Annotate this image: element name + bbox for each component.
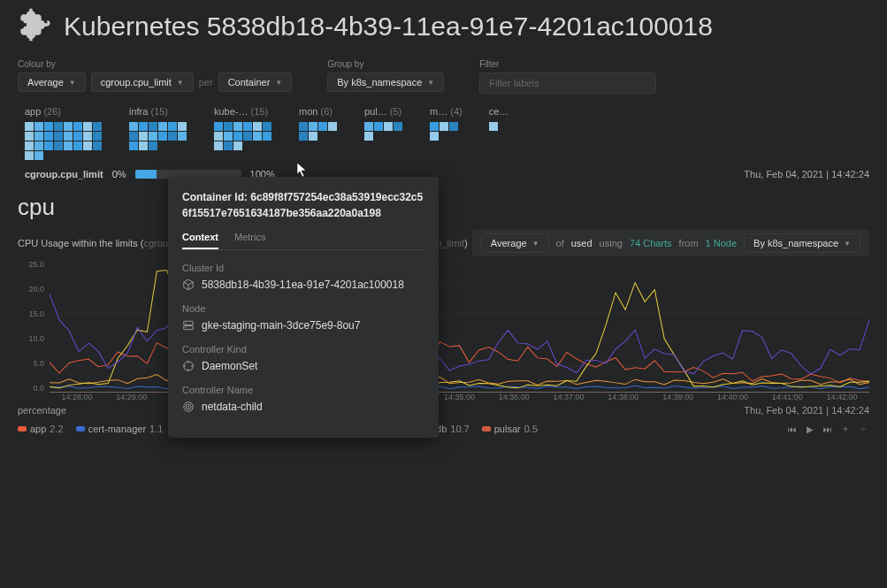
heatmap-cell[interactable] — [34, 141, 43, 150]
heatmap-cell[interactable] — [64, 141, 73, 150]
heatmap-cell[interactable] — [168, 122, 177, 131]
heatmap-cell[interactable] — [224, 132, 233, 141]
heatmap-cell[interactable] — [384, 122, 393, 131]
heatmap-cell[interactable] — [64, 122, 73, 131]
tab-context[interactable]: Context — [182, 232, 218, 249]
heatmap-cell[interactable] — [44, 122, 53, 131]
heatmap-cell[interactable] — [73, 132, 82, 141]
heatmap-cell[interactable] — [253, 122, 262, 131]
heatmap-cell[interactable] — [93, 141, 102, 150]
heatmap-cell[interactable] — [25, 122, 34, 131]
heatmap-cell[interactable] — [64, 132, 73, 141]
filter-input[interactable] — [479, 73, 656, 94]
heatmap-cell[interactable] — [214, 141, 223, 150]
heatmap-cell[interactable] — [139, 141, 148, 150]
heatmap-cell[interactable] — [253, 132, 262, 141]
heatmap-cell[interactable] — [54, 141, 63, 150]
popover-field: Node gke-staging-main-3dce75e9-8ou7 — [182, 303, 424, 332]
heatmap-cell[interactable] — [243, 132, 252, 141]
heatmap-cell[interactable] — [83, 132, 92, 141]
heatmap-cell[interactable] — [489, 122, 498, 131]
heatmap-cell[interactable] — [25, 151, 34, 160]
heatmap-cell[interactable] — [224, 141, 233, 150]
heatmap-cell[interactable] — [214, 132, 223, 141]
charts-link[interactable]: 74 Charts — [630, 238, 672, 248]
heatmap-cell[interactable] — [73, 122, 82, 131]
heatmap-cell[interactable] — [364, 132, 373, 141]
heatmap-cell[interactable] — [139, 122, 148, 131]
heatmap-cell[interactable] — [263, 122, 271, 131]
plus-button[interactable]: ＋ — [839, 423, 852, 435]
heatmap-cell[interactable] — [233, 132, 242, 141]
x-tick: 14:42:00 — [814, 393, 869, 401]
heatmap-cell[interactable] — [149, 132, 157, 141]
heatmap-cell[interactable] — [214, 122, 223, 131]
heatmap-cell[interactable] — [83, 141, 92, 150]
heatmap-cell[interactable] — [129, 132, 138, 141]
heatmap-cell[interactable] — [233, 122, 242, 131]
legend-item[interactable]: cert-manager 1.1 — [76, 424, 164, 434]
legend-item[interactable]: app 2.2 — [18, 424, 64, 434]
svg-point-5 — [184, 402, 194, 412]
heatmap-cell[interactable] — [93, 122, 102, 131]
colour-dim-dropdown[interactable]: cgroup.cpu_limit ▼ — [91, 73, 194, 92]
heatmap-cell[interactable] — [318, 122, 327, 131]
skip-back-button[interactable]: ⏮ — [786, 423, 799, 435]
heatmap-cell[interactable] — [309, 122, 317, 131]
heatmap-cell[interactable] — [34, 122, 43, 131]
heatmap-cell[interactable] — [224, 122, 233, 131]
heatmap-cell[interactable] — [25, 141, 34, 150]
heatmap-cell[interactable] — [54, 122, 63, 131]
heatmap-cell[interactable] — [149, 122, 157, 131]
heatmap-cell[interactable] — [449, 122, 458, 131]
play-button[interactable]: ▶ — [804, 423, 816, 435]
heatmap-cell[interactable] — [178, 132, 187, 141]
per-unit-dropdown[interactable]: Container ▼ — [218, 73, 293, 92]
heatmap-cell[interactable] — [364, 122, 373, 131]
heatmap-cell[interactable] — [158, 122, 167, 131]
heatmap-cell[interactable] — [129, 122, 138, 131]
heatmap-cell[interactable] — [394, 122, 402, 131]
heatmap-cell[interactable] — [243, 122, 252, 131]
heatmap-cell[interactable] — [34, 132, 43, 141]
heatmap-cell[interactable] — [93, 132, 102, 141]
heatmap-cell[interactable] — [440, 122, 448, 131]
colour-metric-dropdown[interactable]: Average ▼ — [18, 73, 86, 92]
heatmap-cell[interactable] — [309, 132, 317, 141]
agg-dropdown[interactable]: Average▼ — [481, 233, 549, 253]
heatmap-cell[interactable] — [178, 122, 187, 131]
heatmap-cell[interactable] — [129, 141, 138, 150]
heatmap-cell[interactable] — [430, 132, 439, 141]
heatmap-cell[interactable] — [299, 122, 308, 131]
heatmap-cell[interactable] — [34, 151, 43, 160]
heatmap-cell[interactable] — [168, 132, 177, 141]
y-tick: 5.0 — [18, 359, 44, 368]
group-dropdown[interactable]: By k8s_namespace▼ — [744, 233, 860, 253]
node-link[interactable]: 1 Node — [706, 238, 737, 248]
heatmap-cell[interactable] — [374, 122, 383, 131]
server-icon — [182, 319, 195, 332]
tab-metrics[interactable]: Metrics — [234, 232, 265, 249]
heatmap-cell[interactable] — [25, 132, 34, 141]
heatmap-cell[interactable] — [83, 122, 92, 131]
heatmap-cell[interactable] — [54, 132, 63, 141]
skip-fwd-button[interactable]: ⏭ — [822, 423, 834, 435]
heatmap-cell[interactable] — [44, 132, 53, 141]
heatmap-cells — [25, 122, 103, 160]
heatmap-cell[interactable] — [263, 132, 271, 141]
heatmap-cell[interactable] — [44, 141, 53, 150]
heatmap-cell[interactable] — [430, 122, 439, 131]
heatmap-cell[interactable] — [149, 141, 157, 150]
heatmap-cell[interactable] — [139, 132, 148, 141]
legend-value: 2.2 — [50, 424, 63, 434]
heatmap-cell[interactable] — [73, 141, 82, 150]
heatmap-cell[interactable] — [328, 122, 337, 131]
legend-item[interactable]: pulsar 0.5 — [482, 424, 538, 434]
using-label: using — [600, 238, 623, 248]
group-by-dropdown[interactable]: By k8s_namespace ▼ — [327, 73, 444, 92]
heatmap-cell[interactable] — [158, 132, 167, 141]
minus-button[interactable]: － — [857, 423, 869, 435]
heatmap-cell[interactable] — [233, 141, 242, 150]
chart-ylabel: percentage — [18, 405, 66, 416]
heatmap-cell[interactable] — [299, 132, 308, 141]
